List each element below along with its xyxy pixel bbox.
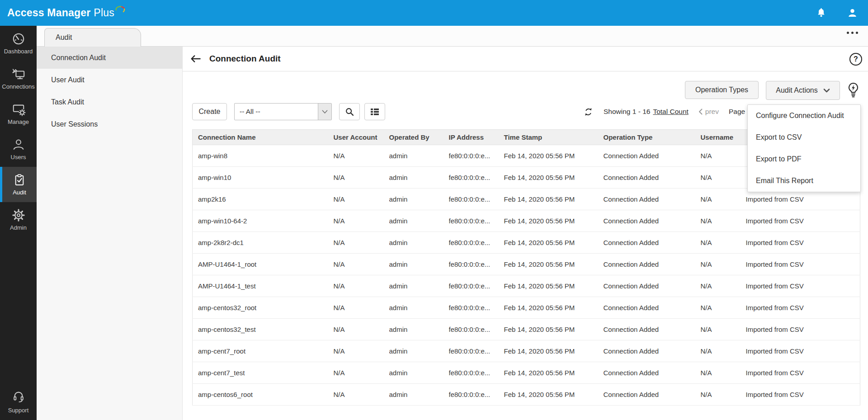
content-body: Operation Types Audit Actions Create: [183, 72, 868, 420]
chevron-down-icon: [823, 88, 830, 93]
prev-label: prev: [705, 108, 719, 116]
cell-operation: Connection Added: [604, 275, 701, 297]
search-icon: [344, 107, 354, 117]
refresh-icon[interactable]: [583, 107, 594, 117]
table-row[interactable]: amp-win10-64-2N/Aadminfe80:0:0:0:e...Feb…: [193, 210, 860, 232]
cell-ip: fe80:0:0:0:e...: [449, 145, 504, 167]
cell-ip: fe80:0:0:0:e...: [449, 254, 504, 275]
table-row[interactable]: amp-centos6_rootN/Aadminfe80:0:0:0:e...F…: [193, 384, 860, 406]
table-row[interactable]: amp-centos32_testN/Aadminfe80:0:0:0:e...…: [193, 319, 860, 340]
user-account-icon[interactable]: [847, 7, 858, 19]
cell-username: N/A: [701, 232, 746, 254]
col-operated-by: Operated By: [389, 130, 449, 145]
content-header: Connection Audit ?: [183, 47, 868, 71]
cell-user-account: N/A: [334, 167, 389, 189]
back-arrow-icon[interactable]: [189, 53, 202, 65]
menu-item-export-to-pdf[interactable]: Export to PDF: [748, 148, 860, 170]
sidebar-item-label: Users: [11, 154, 26, 160]
cell-name: amp-win8: [193, 145, 334, 167]
subnav-item-user-audit[interactable]: User Audit: [37, 69, 182, 91]
prev-page-button[interactable]: prev: [698, 108, 719, 116]
cell-operation: Connection Added: [604, 145, 701, 167]
cell-username: N/A: [701, 254, 746, 275]
total-count-link[interactable]: Total Count: [653, 108, 688, 116]
select-chevron-icon: [318, 104, 331, 120]
notification-bell-icon[interactable]: [816, 7, 827, 19]
cell-name: amp-centos32_test: [193, 319, 334, 340]
cell-note: Imported from CSV: [746, 210, 860, 232]
table-row[interactable]: amp-2k8r2-dc1N/Aadminfe80:0:0:0:e...Feb …: [193, 232, 860, 254]
table-row[interactable]: amp-centos32_rootN/Aadminfe80:0:0:0:e...…: [193, 297, 860, 319]
cell-username: N/A: [701, 319, 746, 340]
screen: Access Manager Plus: [0, 0, 868, 420]
operation-types-button[interactable]: Operation Types: [685, 81, 759, 99]
help-icon[interactable]: ?: [849, 53, 862, 66]
cell-username: N/A: [701, 362, 746, 384]
sidebar-item-audit[interactable]: Audit: [0, 167, 37, 202]
cell-operation: Connection Added: [604, 254, 701, 275]
cell-user-account: N/A: [334, 384, 389, 406]
subnav-label: User Audit: [51, 76, 85, 84]
tab-strip: Audit: [37, 26, 868, 47]
cell-operated-by: admin: [389, 145, 449, 167]
cell-ip: fe80:0:0:0:e...: [449, 297, 504, 319]
cell-operation: Connection Added: [604, 210, 701, 232]
cell-operated-by: admin: [389, 254, 449, 275]
table-row[interactable]: amp-cent7_testN/Aadminfe80:0:0:0:e...Feb…: [193, 362, 860, 384]
cell-ip: fe80:0:0:0:e...: [449, 210, 504, 232]
search-button[interactable]: [339, 103, 360, 120]
cell-time: Feb 14, 2020 05:56 PM: [504, 232, 604, 254]
table-row[interactable]: amp-cent7_rootN/Aadminfe80:0:0:0:e...Feb…: [193, 340, 860, 362]
tips-bulb-icon[interactable]: [846, 82, 861, 100]
subnav-item-task-audit[interactable]: Task Audit: [37, 91, 182, 113]
headset-icon: [12, 390, 25, 405]
cell-name: amp-cent7_root: [193, 340, 334, 362]
table-row[interactable]: AMP-U1464-1_testN/Aadminfe80:0:0:0:e...F…: [193, 275, 860, 297]
showing-count: Showing 1 - 16: [604, 108, 650, 116]
operation-filter-select[interactable]: -- All --: [234, 103, 332, 120]
cell-username: N/A: [701, 210, 746, 232]
table-row[interactable]: AMP-U1464-1_rootN/Aadminfe80:0:0:0:e...F…: [193, 254, 860, 275]
chevron-left-icon: [698, 109, 703, 115]
tab-audit[interactable]: Audit: [44, 28, 141, 47]
subnav-label: Task Audit: [51, 98, 84, 106]
subnav-item-connection-audit[interactable]: Connection Audit: [37, 47, 182, 69]
cell-operated-by: admin: [389, 340, 449, 362]
gear-icon: [12, 208, 25, 222]
cell-user-account: N/A: [334, 362, 389, 384]
cell-ip: fe80:0:0:0:e...: [449, 362, 504, 384]
subnav-item-user-sessions[interactable]: User Sessions: [37, 113, 182, 135]
menu-item-export-to-csv[interactable]: Export to CSV: [748, 127, 860, 148]
sidebar-item-dashboard[interactable]: Dashboard: [0, 26, 37, 61]
more-menu-icon[interactable]: [847, 32, 858, 34]
sidebar-item-manage[interactable]: Manage: [0, 96, 37, 132]
create-button[interactable]: Create: [192, 103, 227, 120]
sidebar-item-connections[interactable]: Connections: [0, 61, 37, 96]
cell-time: Feb 14, 2020 05:56 PM: [504, 189, 604, 210]
menu-item-email-this-report[interactable]: Email This Report: [748, 170, 860, 192]
cell-operation: Connection Added: [604, 340, 701, 362]
cell-note: Imported from CSV: [746, 275, 860, 297]
audit-actions-menu: Configure Connection Audit Export to CSV…: [747, 104, 861, 192]
menu-item-configure-connection-audit[interactable]: Configure Connection Audit: [748, 105, 860, 127]
user-icon: [12, 138, 25, 151]
cell-time: Feb 14, 2020 05:56 PM: [504, 340, 604, 362]
cell-username: N/A: [701, 167, 746, 189]
brand-light: Plus: [94, 7, 114, 19]
remote-connection-icon: [11, 67, 26, 81]
cell-name: amp-win10-64-2: [193, 210, 334, 232]
sidebar-item-admin[interactable]: Admin: [0, 202, 37, 237]
cell-user-account: N/A: [334, 210, 389, 232]
cell-name: amp-cent7_test: [193, 362, 334, 384]
cell-note: Imported from CSV: [746, 297, 860, 319]
cell-time: Feb 14, 2020 05:56 PM: [504, 362, 604, 384]
sidebar-item-label: Audit: [13, 189, 26, 196]
list-view-button[interactable]: [364, 103, 385, 120]
cell-time: Feb 14, 2020 05:56 PM: [504, 167, 604, 189]
cell-username: N/A: [701, 297, 746, 319]
sidebar-item-support[interactable]: Support: [0, 386, 37, 417]
cell-name: amp-2k8r2-dc1: [193, 232, 334, 254]
sidebar-item-users[interactable]: Users: [0, 132, 37, 167]
cell-ip: fe80:0:0:0:e...: [449, 384, 504, 406]
audit-actions-button[interactable]: Audit Actions: [766, 81, 840, 100]
